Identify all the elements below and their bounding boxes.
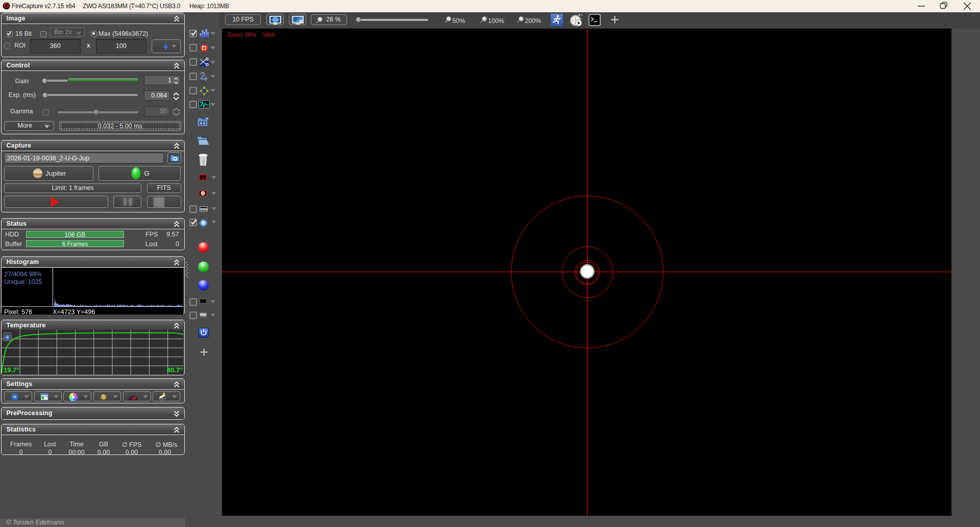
svg-text:16bit: 16bit [262, 32, 275, 38]
svg-text:Zoom: 26%: Zoom: 26% [228, 32, 256, 38]
svg-text:999: 999 [200, 207, 207, 211]
